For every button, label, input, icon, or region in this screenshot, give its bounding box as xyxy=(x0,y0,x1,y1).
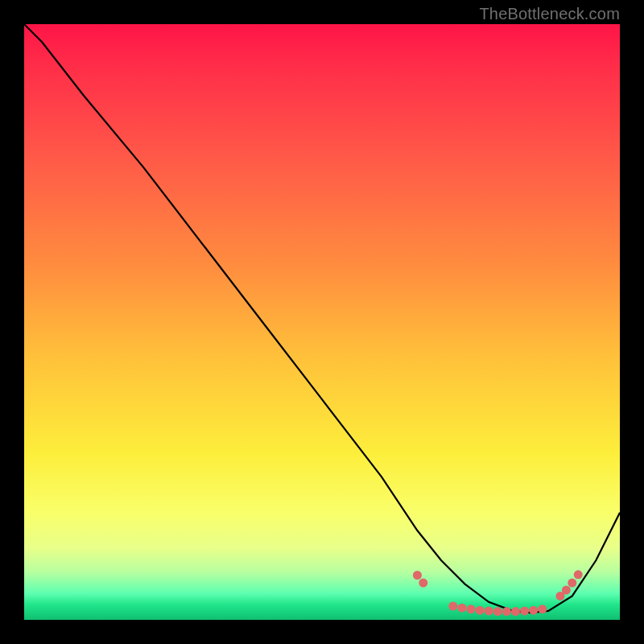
curve-marker xyxy=(511,607,520,616)
curve-marker xyxy=(467,605,476,613)
curve-marker xyxy=(568,579,576,588)
curve-marker xyxy=(493,607,502,616)
curve-marker xyxy=(413,571,422,580)
curve-marker xyxy=(419,579,427,588)
curve-marker xyxy=(448,602,457,611)
curve-marker xyxy=(562,586,571,595)
chart-stage: TheBottleneck.com xyxy=(0,0,644,644)
curve-layer xyxy=(24,24,620,620)
curve-markers xyxy=(413,570,583,616)
curve-marker xyxy=(485,606,493,615)
plot-area xyxy=(24,24,620,620)
curve-marker xyxy=(538,605,547,613)
curve-marker xyxy=(476,606,485,615)
curve-marker xyxy=(574,570,583,579)
bottleneck-curve xyxy=(24,24,620,613)
curve-marker xyxy=(520,606,529,615)
curve-marker xyxy=(457,604,466,613)
curve-marker xyxy=(502,607,511,616)
attribution-text: TheBottleneck.com xyxy=(479,5,620,23)
curve-marker xyxy=(529,606,538,615)
